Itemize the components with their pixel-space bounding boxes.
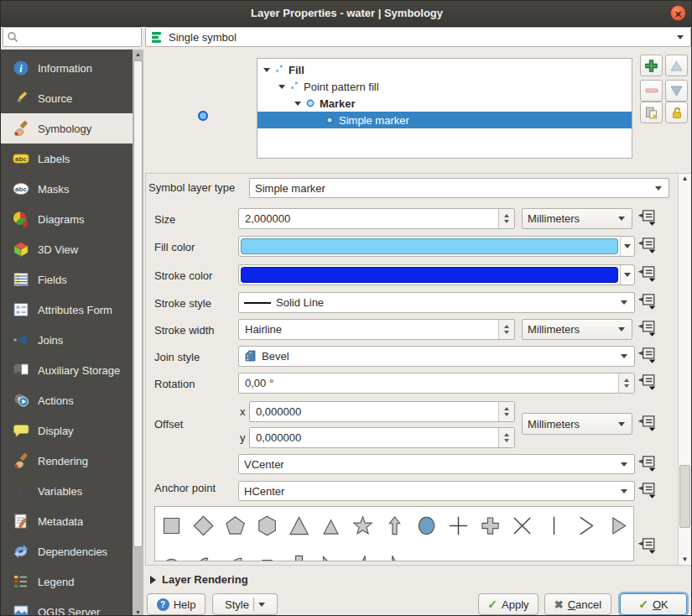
collapse-arrow-icon[interactable] [278, 85, 285, 89]
size-override-button[interactable] [636, 208, 658, 228]
offset-y-spinbox[interactable]: 0,000000 [249, 427, 515, 448]
size-spinbox[interactable]: 2,000000 [238, 208, 515, 229]
stroke-style-dropdown[interactable]: Solid Line [238, 292, 635, 313]
tree-item-fill[interactable]: Fill [258, 61, 632, 78]
shape-cross2-option[interactable] [506, 507, 538, 544]
shape-left-half-triangle-option[interactable] [378, 546, 410, 561]
options-scrollbar-thumb[interactable] [679, 465, 690, 528]
fill-color-button[interactable] [238, 236, 635, 257]
layer-rendering-section[interactable]: Layer Rendering [150, 573, 248, 586]
scroll-down-icon[interactable]: ▼ [133, 608, 143, 616]
shape-filled-arrowhead-option[interactable] [601, 507, 633, 544]
shape-star-option[interactable] [346, 507, 378, 544]
ok-button[interactable]: ✓ OK [620, 593, 687, 615]
sidebar-item-symbology[interactable]: Symbology [1, 113, 133, 144]
stroke-width-spinbox[interactable]: Hairline [238, 319, 515, 340]
tree-item-simple-marker[interactable]: Simple marker [258, 112, 632, 128]
join-style-override-button[interactable] [636, 346, 658, 366]
rotation-override-button[interactable] [636, 373, 658, 393]
move-layer-up-button[interactable] [665, 55, 688, 76]
sidebar-item-masks[interactable]: abc Masks [1, 174, 133, 204]
shape-line-option[interactable] [538, 507, 570, 544]
sidebar-item-variables[interactable]: ε Variables [1, 476, 133, 506]
shape-arrow-option[interactable] [378, 507, 410, 544]
sidebar-item-joins[interactable]: Joins [1, 325, 133, 355]
titlebar[interactable]: Layer Properties - water | Symbology ✕ [1, 1, 692, 27]
shape-hexagon-option[interactable] [251, 507, 283, 544]
anchor-vertical-dropdown[interactable]: VCenter [238, 454, 635, 474]
stroke-width-unit-dropdown[interactable]: Millimeters [522, 319, 632, 340]
sidebar-item-legend[interactable]: Legend [1, 566, 133, 597]
shape-arrowhead-option[interactable] [570, 507, 601, 544]
sidebar-item-metadata[interactable]: Metadata [1, 506, 133, 536]
tree-item-marker[interactable]: Marker [258, 95, 632, 112]
move-layer-down-button[interactable] [665, 80, 688, 102]
sidebar-scrollbar[interactable]: ▲ ▼ [133, 50, 143, 616]
size-spin-buttons[interactable] [498, 209, 514, 228]
search-box[interactable] [3, 27, 142, 47]
close-button[interactable]: ✕ [670, 5, 686, 21]
shape-half-square-option[interactable] [283, 546, 315, 561]
offset-x-spin-buttons[interactable] [498, 402, 514, 421]
stroke-style-override-button[interactable] [636, 292, 658, 312]
shape-cross-option[interactable] [442, 507, 474, 544]
scroll-up-icon[interactable]: ▲ [133, 50, 143, 59]
shape-circle-option[interactable] [410, 507, 442, 544]
shape-right-half-triangle-option[interactable] [346, 546, 378, 561]
shape-triangle-option[interactable] [283, 507, 315, 544]
lock-color-button[interactable] [665, 102, 688, 123]
join-style-dropdown[interactable]: Bevel [238, 346, 635, 367]
offset-unit-dropdown[interactable]: Millimeters [522, 413, 632, 435]
shape-square-option[interactable] [155, 507, 187, 544]
offset-y-spin-buttons[interactable] [498, 428, 514, 447]
shape-quarter-circle-option[interactable] [219, 546, 251, 561]
symbol-layer-type-dropdown[interactable]: Simple marker [249, 178, 669, 198]
sidebar-item-auxiliary-storage[interactable]: Auxiliary Storage [1, 355, 133, 385]
search-input[interactable] [18, 30, 138, 44]
collapse-arrow-icon[interactable] [294, 102, 301, 106]
anchor-horizontal-override-button[interactable] [636, 481, 658, 501]
stroke-color-button[interactable] [238, 264, 635, 285]
options-scrollbar[interactable]: ▲ ▼ [678, 174, 691, 565]
sidebar-item-attributes-form[interactable]: Attributes Form [1, 295, 133, 325]
fill-color-dropdown[interactable] [620, 237, 634, 256]
scroll-down-icon[interactable]: ▼ [679, 555, 691, 565]
sidebar-item-fields[interactable]: Fields [1, 264, 133, 295]
shape-pentagon-option[interactable] [219, 507, 251, 544]
stroke-color-override-button[interactable] [636, 264, 658, 285]
shape-equilateral-triangle-option[interactable] [315, 507, 346, 544]
cancel-button[interactable]: ✖ Cancel [544, 593, 611, 615]
anchor-vertical-override-button[interactable] [636, 454, 658, 474]
shape-override-button[interactable] [636, 536, 658, 556]
sidebar-item-information[interactable]: i Information [1, 53, 133, 83]
sidebar-scrollbar-thumb[interactable] [133, 60, 143, 547]
shape-quarter-square-option[interactable] [251, 546, 283, 561]
rotation-spinbox[interactable]: 0,00 ° [238, 373, 635, 394]
sidebar-item-source[interactable]: Source [1, 83, 133, 113]
fill-color-override-button[interactable] [636, 236, 658, 256]
size-unit-dropdown[interactable]: Millimeters [522, 208, 632, 229]
scroll-up-icon[interactable]: ▲ [679, 174, 691, 184]
duplicate-symbol-layer-button[interactable] [640, 102, 663, 123]
collapse-arrow-icon[interactable] [263, 68, 270, 72]
offset-override-button[interactable] [636, 414, 658, 434]
remove-symbol-layer-button[interactable] [640, 80, 663, 102]
sidebar-item-display[interactable]: Display [1, 415, 133, 446]
sidebar-item-rendering[interactable]: Rendering [1, 446, 133, 476]
rotation-spin-buttons[interactable] [618, 373, 634, 393]
shape-third-circle-option[interactable] [187, 546, 219, 561]
anchor-horizontal-dropdown[interactable]: HCenter [238, 481, 635, 501]
stroke-width-spin-buttons[interactable] [498, 320, 514, 339]
sidebar-item-3d-view[interactable]: 3D View [1, 234, 133, 264]
shape-cross-fill-option[interactable] [474, 507, 506, 544]
offset-x-spinbox[interactable]: 0,000000 [249, 401, 515, 422]
add-symbol-layer-button[interactable] [640, 55, 663, 76]
tree-item-point-pattern-fill[interactable]: Point pattern fill [258, 78, 632, 95]
renderer-dropdown[interactable]: Single symbol [145, 27, 691, 47]
sidebar-item-actions[interactable]: Actions [1, 385, 133, 415]
stroke-width-override-button[interactable] [636, 319, 658, 339]
shape-diamond-option[interactable] [187, 507, 219, 544]
help-button[interactable]: ? Help [147, 593, 206, 615]
sidebar-item-labels[interactable]: abc Labels [1, 144, 133, 174]
style-button[interactable]: Style [212, 593, 278, 615]
